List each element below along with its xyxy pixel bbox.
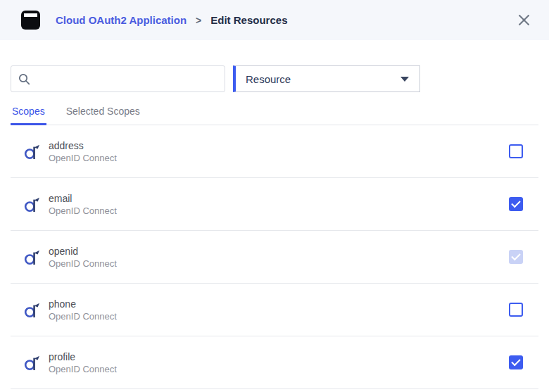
scope-list: address OpenID Connect email OpenID Conn… xyxy=(11,125,538,389)
scope-type: OpenID Connect xyxy=(49,152,117,164)
list-item[interactable]: openid OpenID Connect xyxy=(11,231,538,284)
scope-checkbox[interactable] xyxy=(509,197,523,211)
openid-connect-icon xyxy=(23,300,42,320)
scope-checkbox[interactable] xyxy=(509,303,523,317)
application-window-icon xyxy=(21,11,40,30)
scope-name: profile xyxy=(49,350,117,363)
scope-name: phone xyxy=(49,298,117,310)
resource-dropdown-value: Resource xyxy=(246,73,291,85)
close-icon xyxy=(518,14,530,26)
scope-name: email xyxy=(49,192,117,205)
scope-text: email OpenID Connect xyxy=(49,192,117,217)
search-icon xyxy=(18,73,30,85)
scope-checkbox[interactable] xyxy=(509,355,523,369)
close-button[interactable] xyxy=(515,12,532,29)
scope-type: OpenID Connect xyxy=(49,205,117,217)
scope-name: openid xyxy=(49,245,117,258)
openid-connect-icon xyxy=(23,194,42,214)
openid-connect-icon xyxy=(23,141,42,161)
scope-checkbox[interactable] xyxy=(509,144,523,158)
toolbar: Resource xyxy=(11,65,538,92)
scope-type: OpenID Connect xyxy=(49,258,117,270)
openid-connect-icon xyxy=(23,247,42,267)
list-item[interactable]: phone OpenID Connect xyxy=(11,284,538,336)
resource-dropdown[interactable]: Resource xyxy=(233,65,420,92)
list-item[interactable]: address OpenID Connect xyxy=(11,125,538,178)
scope-text: address OpenID Connect xyxy=(49,139,117,164)
breadcrumb-parent-link[interactable]: Cloud OAuth2 Application xyxy=(56,14,187,26)
openid-connect-icon xyxy=(23,353,42,372)
scope-type: OpenID Connect xyxy=(49,310,117,322)
scope-name: address xyxy=(49,139,117,152)
list-item[interactable]: email OpenID Connect xyxy=(11,178,538,231)
search-input[interactable] xyxy=(36,73,217,84)
tab-bar: Scopes Selected Scopes xyxy=(11,101,538,125)
chevron-down-icon xyxy=(400,77,409,82)
scope-text: phone OpenID Connect xyxy=(49,298,117,322)
scope-text: profile OpenID Connect xyxy=(49,350,117,375)
page-title: Edit Resources xyxy=(210,14,287,26)
scope-text: openid OpenID Connect xyxy=(49,245,117,270)
tab-scopes[interactable]: Scopes xyxy=(11,101,46,125)
scope-checkbox xyxy=(509,250,523,264)
breadcrumb-separator: > xyxy=(196,15,201,26)
scope-type: OpenID Connect xyxy=(49,363,117,375)
modal-header: Cloud OAuth2 Application > Edit Resource… xyxy=(0,0,549,40)
tab-selected-scopes[interactable]: Selected Scopes xyxy=(65,101,141,125)
list-item[interactable]: profile OpenID Connect xyxy=(11,336,538,389)
search-box[interactable] xyxy=(11,65,225,92)
